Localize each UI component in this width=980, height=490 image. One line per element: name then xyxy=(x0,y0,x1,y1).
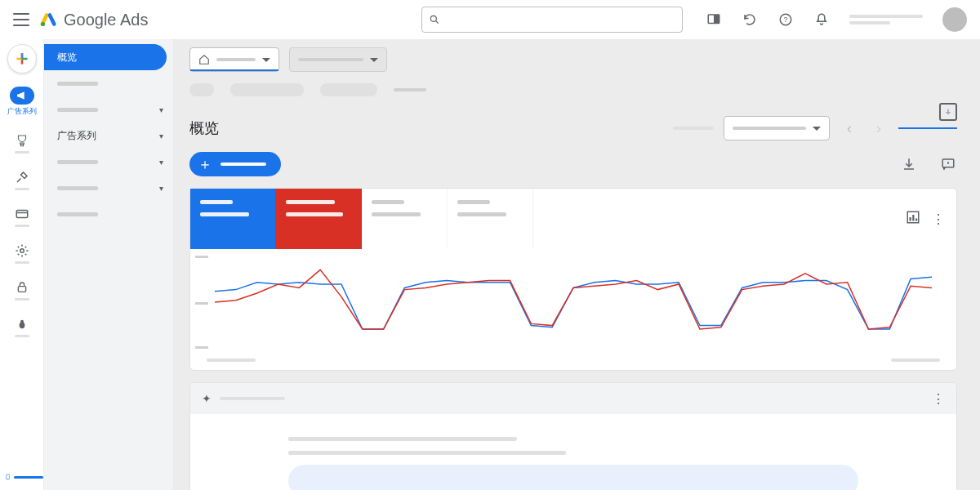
svg-point-16 xyxy=(20,320,24,323)
search-icon xyxy=(429,14,440,25)
date-prev-button[interactable]: ‹ xyxy=(840,118,859,138)
feedback-button[interactable] xyxy=(939,155,957,173)
card-icon xyxy=(15,207,29,221)
nav-admin[interactable] xyxy=(0,240,44,267)
search-input[interactable] xyxy=(421,7,683,33)
nav-campaigns-label: 广告系列 xyxy=(7,106,37,117)
secondary-selector[interactable] xyxy=(289,47,387,72)
nav-account[interactable] xyxy=(0,314,44,341)
metrics-card: ⋮ xyxy=(189,188,957,371)
svg-rect-11 xyxy=(16,211,28,218)
crumb-2[interactable] xyxy=(230,83,304,96)
metric-tab-1[interactable] xyxy=(190,189,276,249)
gear-icon xyxy=(15,243,29,258)
account-selector[interactable] xyxy=(189,47,279,72)
header-actions: ? xyxy=(706,11,830,28)
chevron-down-icon: ▾ xyxy=(159,105,163,114)
card-menu-button[interactable]: ⋮ xyxy=(932,212,945,227)
auto-refresh-indicator xyxy=(898,127,957,129)
date-range-selector[interactable] xyxy=(724,116,830,140)
create-button[interactable] xyxy=(7,44,37,74)
nav-panel: 概览 ▾ 广告系列▾ ▾ ▾ xyxy=(44,39,173,490)
bug-icon xyxy=(16,317,29,332)
nav-tools[interactable] xyxy=(0,167,44,194)
google-ads-icon xyxy=(39,11,57,29)
chart-options-button[interactable] xyxy=(906,210,920,228)
mobile-icon xyxy=(5,470,11,483)
svg-rect-14 xyxy=(18,287,25,292)
svg-point-0 xyxy=(41,22,45,26)
svg-rect-24 xyxy=(915,219,917,221)
nav-item-2[interactable] xyxy=(44,70,173,96)
metric-tab-4[interactable] xyxy=(448,189,533,249)
help-icon[interactable]: ? xyxy=(777,11,794,28)
nav-item-campaigns[interactable]: 广告系列▾ xyxy=(44,122,173,149)
svg-point-13 xyxy=(20,249,24,253)
account-info[interactable] xyxy=(849,15,923,24)
save-view-button[interactable] xyxy=(939,103,957,121)
svg-text:?: ? xyxy=(783,16,787,24)
new-campaign-button[interactable]: ＋ xyxy=(189,152,281,176)
trophy-icon xyxy=(15,133,29,148)
save-icon xyxy=(944,108,952,116)
megaphone-icon xyxy=(16,89,29,102)
card-menu-button[interactable]: ⋮ xyxy=(932,391,945,407)
svg-rect-4 xyxy=(714,15,719,24)
page-title: 概览 xyxy=(189,118,219,138)
svg-point-18 xyxy=(7,479,8,479)
metric-tab-3[interactable] xyxy=(362,189,448,249)
nav-goals[interactable] xyxy=(0,130,44,157)
main-content: 概览 ‹ › ＋ ⋮ xyxy=(173,39,980,490)
app-header: Google Ads ? xyxy=(0,0,980,39)
nav-item-3[interactable]: ▾ xyxy=(44,96,173,122)
refresh-icon[interactable] xyxy=(742,11,758,28)
date-next-button[interactable]: › xyxy=(869,118,889,138)
avatar[interactable] xyxy=(942,7,967,32)
logo-text: Google Ads xyxy=(64,11,148,29)
nav-billing[interactable] xyxy=(0,203,44,230)
chevron-down-icon: ▾ xyxy=(159,158,163,167)
plus-icon: ＋ xyxy=(198,154,212,174)
insight-action-bar[interactable] xyxy=(288,465,858,490)
download-button[interactable] xyxy=(900,155,918,173)
nav-security[interactable] xyxy=(0,277,44,304)
appearance-icon[interactable] xyxy=(706,11,722,28)
nav-campaigns[interactable]: 广告系列 xyxy=(0,83,44,120)
notifications-icon[interactable] xyxy=(813,11,830,28)
chevron-down-icon: ▾ xyxy=(159,131,163,140)
svg-line-2 xyxy=(436,21,439,24)
svg-rect-22 xyxy=(910,217,911,221)
svg-point-1 xyxy=(430,16,436,21)
svg-rect-23 xyxy=(912,215,914,221)
nav-item-6[interactable]: ▾ xyxy=(44,175,173,201)
tools-icon xyxy=(15,170,29,185)
home-icon xyxy=(198,54,210,65)
crumb-3[interactable] xyxy=(320,83,377,96)
metric-tab-2[interactable] xyxy=(276,189,362,249)
icon-rail: 广告系列 xyxy=(0,39,44,490)
crumb-1[interactable] xyxy=(189,83,214,96)
breadcrumb xyxy=(189,83,957,96)
logo[interactable]: Google Ads xyxy=(39,11,148,29)
crumb-4 xyxy=(394,88,426,91)
nav-item-5[interactable]: ▾ xyxy=(44,149,173,175)
mobile-app-link[interactable] xyxy=(0,470,43,483)
sparkle-icon: ✦ xyxy=(202,392,212,405)
insights-card: ✦ ⋮ xyxy=(189,382,957,490)
performance-chart xyxy=(190,249,956,355)
nav-item-7[interactable] xyxy=(44,201,173,227)
nav-item-overview[interactable]: 概览 xyxy=(44,44,167,70)
chart-icon xyxy=(906,210,920,225)
menu-icon[interactable] xyxy=(13,11,29,28)
chevron-down-icon: ▾ xyxy=(159,184,163,193)
lock-icon xyxy=(16,280,29,295)
